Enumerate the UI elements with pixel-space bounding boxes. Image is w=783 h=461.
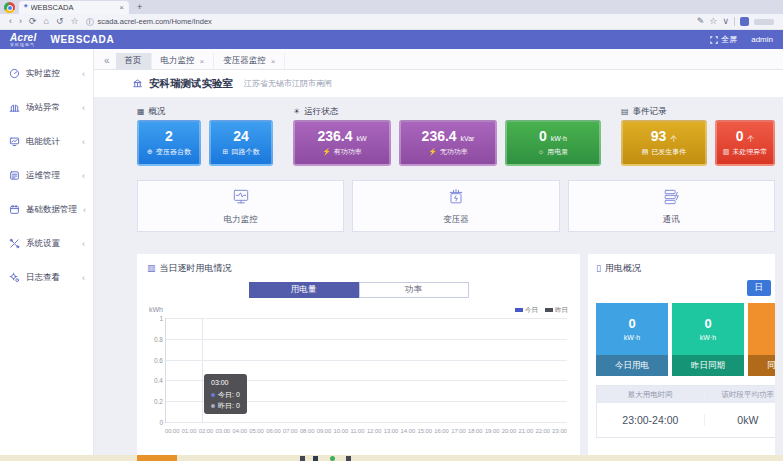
- x-tick-label: 11:00: [350, 428, 364, 434]
- workspace-tab-2[interactable]: 变压器监控×: [214, 53, 285, 69]
- stat-unit: kW: [356, 135, 366, 142]
- header-right: 全屏 admin: [710, 34, 773, 45]
- stat-card: 93 个 ▤已发生事件: [621, 120, 707, 166]
- site-info-icon[interactable]: i: [86, 18, 94, 26]
- extension-pin-icon[interactable]: ✎: [697, 17, 705, 26]
- stat-unit: kVar: [461, 135, 475, 142]
- dashboard-main: ▦概况2 ⊕变压器台数24 ⊞回路个数☀运行状态236.4 kW ⚡有功功率23…: [94, 97, 783, 455]
- tab-close-icon[interactable]: ×: [119, 3, 124, 12]
- acrel-logo: Acrel 安科瑞电气: [10, 33, 37, 47]
- tooltip-row: 今日: 0: [211, 389, 240, 400]
- circuit-count-icon: ⊞: [223, 148, 229, 156]
- workspace-tab-0[interactable]: 首页: [116, 53, 152, 69]
- sidebar-item-0[interactable]: 实时监控 ‹: [0, 57, 93, 91]
- x-tick-label: 08:00: [300, 428, 315, 434]
- legend-item[interactable]: 昨日: [545, 306, 568, 315]
- usage-value: 0: [704, 317, 711, 331]
- stat-value: 0 个: [736, 129, 755, 144]
- favicon-icon: *: [24, 3, 28, 12]
- usage-table: 最大用电时间 该时段平均功率 23:00-24:00 0kW: [596, 385, 775, 438]
- taskbar-item: [137, 455, 177, 461]
- nav-card-0[interactable]: 电力监控: [137, 180, 344, 232]
- x-tick-label: 07:00: [283, 428, 298, 434]
- usage-cards: 0 kW·h 今日用电 0 kW·h 昨日同期 — % 同比增长: [596, 303, 775, 376]
- chart-panel-title: 当日逐时用电情况: [160, 262, 232, 275]
- usage-card-value-area: 0 kW·h: [596, 303, 668, 355]
- chevron-left-icon: ‹: [82, 103, 85, 113]
- workspace-tabbar: « 首页电力监控×变压器监控×: [94, 49, 783, 70]
- tab-close-icon[interactable]: ×: [271, 57, 276, 66]
- stat-group-title: 概况: [149, 106, 166, 118]
- chevron-left-icon: ‹: [82, 239, 85, 249]
- usage-panel-header: ▯ 用电概况: [596, 262, 775, 275]
- usage-unit: kW·h: [700, 334, 716, 341]
- energy-icon: ☼: [538, 148, 544, 155]
- nav-card-2[interactable]: 通讯: [568, 180, 775, 232]
- stat-group-label: ▤事件记录: [621, 105, 775, 118]
- sidebar-item-1[interactable]: 场站异常 ‹: [0, 91, 93, 125]
- x-tick-label: 17:00: [451, 428, 466, 434]
- forward-icon[interactable]: ›: [19, 17, 22, 26]
- usage-table-col-header: 最大用电时间: [597, 390, 704, 400]
- legend-swatch: [515, 308, 523, 312]
- usage-card-2: — % 同比增长: [748, 303, 775, 376]
- url-input[interactable]: i scada.acrel-eem.com/Home/Index: [86, 17, 690, 26]
- stat-value: 24: [233, 129, 249, 144]
- workspace-tab-1[interactable]: 电力监控×: [152, 53, 215, 69]
- sidebar-item-label: 基础数据管理: [26, 204, 77, 216]
- username[interactable]: admin: [751, 35, 773, 44]
- sidebar-item-label: 系统设置: [26, 238, 76, 250]
- history-icon[interactable]: ↺: [56, 17, 64, 26]
- reactive-power-icon: ⚡: [428, 148, 437, 156]
- chart-plot[interactable]: 03:00 今日: 0昨日: 0 10.80.60.40.20: [165, 318, 567, 423]
- back-icon[interactable]: ‹: [9, 17, 12, 26]
- bookmark-star-icon[interactable]: ☆: [71, 17, 79, 26]
- usage-value: 0: [628, 317, 635, 331]
- sidebar-item-5[interactable]: 系统设置 ‹: [0, 227, 93, 261]
- new-tab-button[interactable]: +: [137, 2, 142, 12]
- period-day-button[interactable]: 日: [747, 280, 772, 296]
- sidebar: 实时监控 ‹ 场站异常 ‹ 电能统计 ‹ 运维管理 ‹ 基础数据管理 ‹ 系统设…: [0, 49, 94, 455]
- sidebar-item-2[interactable]: 电能统计 ‹: [0, 125, 93, 159]
- y-axis-unit: kWh: [149, 306, 163, 313]
- x-tick-label: 12:00: [367, 428, 382, 434]
- sidebar-item-3[interactable]: 运维管理 ‹: [0, 159, 93, 193]
- usage-card-label: 同比增长: [748, 355, 775, 376]
- gridline: [166, 422, 567, 423]
- sidebar-item-4[interactable]: 基础数据管理 ‹: [0, 193, 93, 227]
- product-name: WEBSCADA: [51, 34, 115, 45]
- chart-toggle: 用电量功率: [147, 282, 570, 298]
- site-building-icon: [132, 78, 143, 89]
- browser-tab-title: WEBSCADA: [31, 3, 117, 12]
- transformer-icon: [446, 187, 466, 211]
- chart-toggle-1[interactable]: 功率: [359, 282, 469, 298]
- tabs-collapse-button[interactable]: «: [98, 55, 116, 69]
- extension-icon[interactable]: [740, 17, 749, 26]
- home-icon[interactable]: ⌂: [44, 17, 49, 26]
- chevron-down-icon[interactable]: ∨: [722, 17, 729, 26]
- tooltip-series-dot: [211, 393, 215, 397]
- legend-item[interactable]: 今日: [515, 306, 538, 315]
- profile-label: [754, 19, 774, 25]
- chart-toggle-0[interactable]: 用电量: [249, 282, 359, 298]
- star-icon[interactable]: ☆: [709, 17, 717, 26]
- x-tick-label: 20:00: [502, 428, 517, 434]
- sidebar-item-6[interactable]: 日志查看 ‹: [0, 261, 93, 295]
- workspace-tab-label: 首页: [125, 55, 142, 67]
- browser-tab[interactable]: * WEBSCADA ×: [19, 1, 129, 14]
- browser-address-bar: ‹ › ⟳ ⌂ ↺ ☆ i scada.acrel-eem.com/Home/I…: [0, 14, 783, 30]
- stat-card: 2 ⊕变压器台数: [137, 120, 201, 166]
- nav-card-1[interactable]: 变压器: [352, 180, 559, 232]
- url-text: scada.acrel-eem.com/Home/Index: [98, 17, 212, 26]
- stat-unit: 个: [670, 135, 677, 142]
- tab-close-icon[interactable]: ×: [200, 57, 205, 66]
- reload-icon[interactable]: ⟳: [29, 17, 37, 26]
- taskbar-strip: [0, 455, 783, 461]
- fullscreen-button[interactable]: 全屏: [710, 34, 737, 45]
- overview-icon: ▦: [137, 107, 145, 116]
- x-tick-label: 04:00: [232, 428, 247, 434]
- transformer-count-icon: ⊕: [147, 148, 153, 156]
- hourly-usage-panel: ▥ 当日逐时用电情况 用电量功率 kWh 今日昨日 03:00 今日: 0昨日:…: [137, 254, 580, 455]
- chrome-logo-icon[interactable]: [4, 2, 15, 13]
- sidebar-item-label: 电能统计: [26, 136, 76, 148]
